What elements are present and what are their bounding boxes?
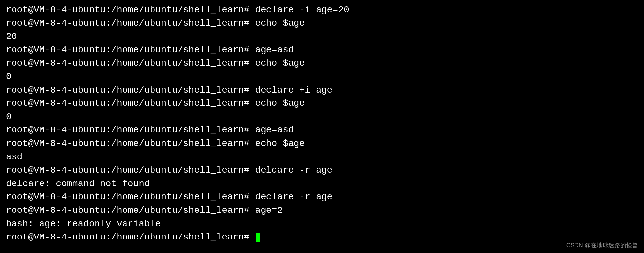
prompt: root@VM-8-4-ubuntu:/home/ubuntu/shell_le… xyxy=(6,98,255,108)
prompt: root@VM-8-4-ubuntu:/home/ubuntu/shell_le… xyxy=(6,125,255,135)
terminal-line: root@VM-8-4-ubuntu:/home/ubuntu/shell_le… xyxy=(6,164,638,177)
prompt: root@VM-8-4-ubuntu:/home/ubuntu/shell_le… xyxy=(6,138,255,149)
command: declare -i age=20 xyxy=(255,5,349,15)
terminal-line: root@VM-8-4-ubuntu:/home/ubuntu/shell_le… xyxy=(6,97,638,110)
terminal-line: root@VM-8-4-ubuntu:/home/ubuntu/shell_le… xyxy=(6,190,638,204)
command: age=2 xyxy=(255,205,283,215)
terminal-line: asd xyxy=(6,151,638,164)
prompt: root@VM-8-4-ubuntu:/home/ubuntu/shell_le… xyxy=(6,45,255,55)
command: echo $age xyxy=(255,98,305,108)
command: declare +i age xyxy=(255,85,332,95)
command: echo $age xyxy=(255,58,305,68)
command: declare -r age xyxy=(255,192,332,202)
terminal-line: root@VM-8-4-ubuntu:/home/ubuntu/shell_le… xyxy=(6,17,638,30)
output: asd xyxy=(6,152,22,162)
terminal-line: root@VM-8-4-ubuntu:/home/ubuntu/shell_le… xyxy=(6,204,638,217)
command: age=asd xyxy=(255,125,294,135)
terminal-line: root@VM-8-4-ubuntu:/home/ubuntu/shell_le… xyxy=(6,231,638,244)
terminal-line: root@VM-8-4-ubuntu:/home/ubuntu/shell_le… xyxy=(6,3,638,17)
output: 0 xyxy=(6,112,12,122)
terminal-line: root@VM-8-4-ubuntu:/home/ubuntu/shell_le… xyxy=(6,137,638,151)
prompt: root@VM-8-4-ubuntu:/home/ubuntu/shell_le… xyxy=(6,85,255,95)
command: delcare -r age xyxy=(255,165,332,175)
command: echo $age xyxy=(255,138,305,149)
terminal-line: delcare: command not found xyxy=(6,177,638,191)
terminal-line: root@VM-8-4-ubuntu:/home/ubuntu/shell_le… xyxy=(6,43,638,57)
command: echo $age xyxy=(255,18,305,28)
prompt: root@VM-8-4-ubuntu:/home/ubuntu/shell_le… xyxy=(6,192,255,202)
prompt: root@VM-8-4-ubuntu:/home/ubuntu/shell_le… xyxy=(6,18,255,28)
command: age=asd xyxy=(255,45,294,55)
output: 0 xyxy=(6,71,12,82)
output: delcare: command not found xyxy=(6,179,150,189)
prompt: root@VM-8-4-ubuntu:/home/ubuntu/shell_le… xyxy=(6,5,255,15)
terminal-line: root@VM-8-4-ubuntu:/home/ubuntu/shell_le… xyxy=(6,124,638,137)
output: 20 xyxy=(6,31,17,42)
output: bash: age: readonly variable xyxy=(6,219,161,229)
prompt: root@VM-8-4-ubuntu:/home/ubuntu/shell_le… xyxy=(6,205,255,215)
terminal-line: bash: age: readonly variable xyxy=(6,217,638,231)
watermark: CSDN @在地球迷路的怪兽 xyxy=(566,241,638,250)
prompt: root@VM-8-4-ubuntu:/home/ubuntu/shell_le… xyxy=(6,58,255,68)
prompt: root@VM-8-4-ubuntu:/home/ubuntu/shell_le… xyxy=(6,232,255,242)
terminal-line: 0 xyxy=(6,70,638,84)
prompt: root@VM-8-4-ubuntu:/home/ubuntu/shell_le… xyxy=(6,165,255,175)
terminal-window[interactable]: root@VM-8-4-ubuntu:/home/ubuntu/shell_le… xyxy=(0,0,644,253)
terminal-line: root@VM-8-4-ubuntu:/home/ubuntu/shell_le… xyxy=(6,84,638,97)
terminal-content: root@VM-8-4-ubuntu:/home/ubuntu/shell_le… xyxy=(6,3,638,244)
terminal-line: 0 xyxy=(6,110,638,124)
terminal-line: 20 xyxy=(6,30,638,43)
cursor xyxy=(256,233,260,242)
terminal-line: root@VM-8-4-ubuntu:/home/ubuntu/shell_le… xyxy=(6,57,638,70)
